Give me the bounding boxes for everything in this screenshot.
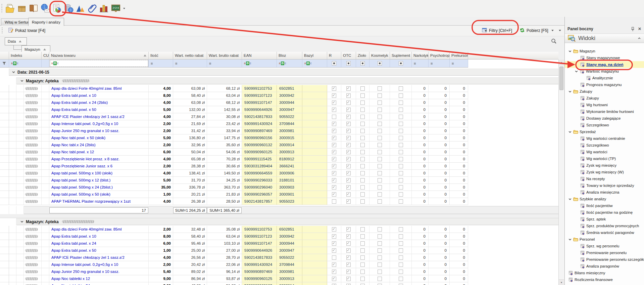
column-header-suplement[interactable]: Suplement (390, 52, 412, 59)
tree-item-towary-w-kolejce-sprzedazy[interactable]: Towary w kolejce sprzedaży (565, 182, 644, 189)
checkbox-kosmetyk[interactable] (378, 100, 382, 105)
tree-item-wg-wartosci-tp[interactable]: Wg wartości (TP) (565, 155, 644, 162)
tree-item-wg-wartosci-centralnie[interactable]: Wg wartości centralnie (565, 135, 644, 142)
table-row[interactable]: APAP ICE Plaster chłodzący żel 1 sasz.a'… (0, 113, 468, 120)
globe-mail-icon[interactable] (39, 2, 51, 14)
checkbox-otc[interactable] (346, 192, 351, 197)
column-header-nazwa[interactable]: Nazwa towaru (49, 52, 149, 59)
checkbox-kosmetyk[interactable] (378, 248, 382, 253)
table-row[interactable]: Apap Noc tabl.powl. x 50 (słoik)5,00136,… (0, 134, 468, 141)
tree-item-zysk-wg-miesiecy-w[interactable]: Zysk wg miesięcy (W) (565, 169, 644, 175)
checkbox-suplement[interactable] (399, 270, 403, 274)
checkbox-r[interactable] (332, 150, 336, 154)
views-section-header[interactable]: Widoki (565, 34, 644, 43)
table-row[interactable]: Apap Junior 250 mg granulat x 10 sasz.5,… (0, 268, 468, 275)
filter-cell-nazwa[interactable]: aBc (49, 59, 149, 67)
tree-item-dostawy-zalegajace[interactable]: Dostawy zalegające (565, 115, 644, 122)
filters-button[interactable]: Filtry [Ctrl+F] (480, 27, 514, 35)
tree-expander-icon[interactable] (568, 49, 572, 53)
tree-item-na-recepty[interactable]: Na recepty (565, 175, 644, 182)
column-header-brutto[interactable]: Wart. brutto rabat (207, 52, 242, 59)
checkbox-kosmetyk[interactable] (378, 108, 382, 112)
table-row[interactable]: Apap Extra tabl.powl. x 108,0058,40 zł63… (0, 92, 468, 99)
checkbox-otc[interactable] (346, 129, 351, 133)
checkbox-ziolo[interactable] (360, 115, 365, 119)
filter-cell-prekursor[interactable]: = (450, 59, 468, 67)
checkbox-suplement[interactable] (399, 199, 403, 204)
reports-icon[interactable] (51, 2, 63, 14)
group-collapse-icon[interactable] (20, 79, 24, 83)
table-row[interactable]: Apap Przeziębienie Junior sasz. x 62,002… (0, 163, 468, 170)
checkbox-r[interactable] (332, 100, 336, 105)
scroll-up-button[interactable]: ▲ (559, 59, 564, 65)
checkbox-suplement[interactable] (399, 86, 403, 91)
analysis-chart-icon[interactable] (75, 2, 86, 14)
checkbox-suplement[interactable] (399, 284, 403, 285)
checkbox-r[interactable] (332, 129, 336, 133)
checkbox-suplement[interactable] (399, 115, 403, 119)
tree-item-wg-hurtowni[interactable]: Wg hurtowni (565, 101, 644, 108)
checkbox-r[interactable] (332, 192, 336, 197)
tree-item-szczegolowo[interactable]: Szczegółowo (565, 142, 644, 149)
column-header-indeks[interactable]: Indeks (9, 52, 42, 59)
toolbar-grip[interactable] (2, 28, 3, 34)
checkbox-suplement[interactable] (399, 248, 403, 253)
checkbox-otc[interactable] (346, 171, 351, 175)
checkbox-suplement[interactable] (399, 171, 403, 175)
checkbox-otc[interactable] (346, 157, 351, 161)
checkbox-kosmetyk[interactable] (378, 185, 382, 190)
checkbox-ziolo[interactable] (360, 270, 365, 274)
table-row[interactable]: Apap Junior 250 mg granulat x 10 sasz.2,… (0, 127, 468, 134)
collapse-section-icon[interactable] (637, 36, 641, 40)
table-row[interactable]: Apap Intense tabl.powl. 0,2g+0,5g x 102,… (0, 120, 468, 127)
checkbox-ziolo[interactable] (360, 185, 365, 190)
tree-expander-icon[interactable] (575, 70, 578, 73)
checkbox-suplement[interactable] (399, 234, 403, 239)
statistics-icon[interactable] (98, 2, 110, 14)
checkbox-suplement[interactable] (399, 178, 403, 182)
checkbox-r[interactable] (332, 108, 336, 112)
checkbox-kosmetyk[interactable] (378, 93, 382, 98)
table-row[interactable]: Apap Noc tabletki x 243,0048,09 zł51,93 … (0, 282, 468, 285)
table-row[interactable]: Apap tabl.powl. 500mg x 50 (słoik)1,0020… (0, 191, 468, 198)
table-row[interactable]: Apap Noc tabl.powl. x 126,0050,04 zł54,0… (0, 149, 468, 156)
checkbox-kosmetyk[interactable] (378, 277, 382, 281)
checkbox-r[interactable] (332, 122, 336, 126)
column-header-otc[interactable]: OTC (341, 52, 356, 59)
checkbox-kosmetyk[interactable] (378, 150, 382, 154)
filter-cell-indicator[interactable] (0, 59, 9, 67)
group-collapse-icon[interactable] (12, 70, 15, 74)
toolbar-overflow-caret[interactable] (556, 27, 563, 35)
tree-item-wykonanie-limitow-hurtowni[interactable]: Wykonanie limitów hurtowni (565, 108, 644, 115)
checkbox-ziolo[interactable] (360, 164, 365, 168)
checkbox-suplement[interactable] (399, 164, 403, 168)
column-header-r[interactable]: R (327, 52, 341, 59)
toolbar-dropdown-caret[interactable] (123, 7, 126, 10)
checkbox-r[interactable] (332, 164, 336, 168)
tree-item-szybkie-analizy[interactable]: Szybkie analizy (565, 196, 644, 202)
checkbox-suplement[interactable] (399, 241, 403, 246)
checkbox-otc[interactable] (346, 284, 351, 285)
contacts-book-icon[interactable] (28, 2, 39, 14)
checkbox-ziolo[interactable] (360, 86, 365, 91)
column-header-indicator[interactable] (0, 52, 9, 59)
checkbox-suplement[interactable] (399, 136, 403, 140)
checkbox-kosmetyk[interactable] (378, 284, 382, 285)
column-header-netto[interactable]: Wart. netto rabat (173, 52, 207, 59)
table-row[interactable]: APAP ICE Plaster chłodzący żel 1 sasz.a'… (0, 254, 468, 261)
checkbox-suplement[interactable] (399, 93, 403, 98)
attachments-icon[interactable] (86, 2, 98, 14)
checkbox-suplement[interactable] (399, 185, 403, 190)
checkbox-kosmetyk[interactable] (378, 199, 382, 204)
checkbox-kosmetyk[interactable] (378, 255, 382, 260)
group-row-magazyn-2[interactable]: Magazyn: Apteka (0, 218, 558, 225)
checkbox-ziolo[interactable] (360, 100, 365, 105)
checkbox-ziolo[interactable] (360, 178, 365, 182)
tree-item-analiza-paragonow[interactable]: Analiza paragonów (565, 263, 644, 270)
filter-cell-psychotrop[interactable]: = (429, 59, 450, 67)
tree-item-ilosc-pacjentow-na-godzine[interactable]: Ilość pacjentów na godzinę (565, 209, 644, 216)
search-icon[interactable] (551, 38, 557, 44)
filter-cell-ziolo[interactable] (356, 59, 369, 67)
tree-expander-icon[interactable] (568, 238, 572, 241)
checkbox-otc[interactable] (346, 255, 351, 260)
